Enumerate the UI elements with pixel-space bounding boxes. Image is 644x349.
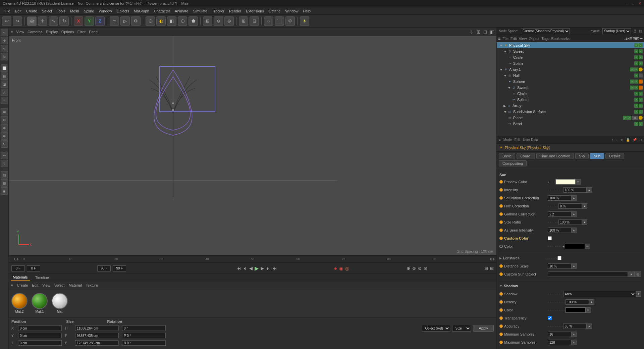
menu-render[interactable]: Render (227, 9, 244, 13)
custom-sun-field[interactable] (548, 271, 628, 277)
expand-sweep1[interactable]: ▼ (503, 50, 507, 53)
vp-tab-panel[interactable]: Panel (89, 30, 98, 34)
tab-materials[interactable]: Materials (11, 275, 30, 281)
menu-mesh[interactable]: Mesh (68, 9, 82, 13)
props-up-icon[interactable]: ↑ (612, 138, 613, 142)
light-btn[interactable]: ◐ (156, 16, 166, 26)
undo-btn[interactable]: ↩ (2, 16, 11, 26)
tab-sky[interactable]: Sky (575, 153, 589, 159)
minimize-btn[interactable]: ─ (626, 2, 628, 6)
vp-icon3[interactable]: □ (484, 29, 487, 35)
goto-end-btn[interactable]: ⏭ (272, 266, 277, 271)
dist-scale-input[interactable] (548, 263, 571, 269)
tab-details[interactable]: Details (605, 153, 624, 159)
scene-icons2[interactable]: ⊞ (629, 36, 633, 41)
gamma-corr-spinner-up[interactable]: ▲ (571, 211, 577, 217)
scene-item-sphere1[interactable]: ● Sphere ✓ ✓ (497, 79, 644, 85)
shadow-expand[interactable]: ▼ (636, 291, 641, 297)
vp-icon4[interactable]: ◧ (490, 29, 494, 35)
key-mode-btn[interactable]: ⊝ (424, 266, 427, 271)
scene-icons5[interactable]: ⊢ (639, 36, 643, 41)
vp-icon2[interactable]: ⊞ (477, 29, 481, 35)
ls-pointer[interactable]: ↖ (1, 29, 8, 36)
menu-window[interactable]: Window (96, 9, 114, 13)
tab-compositing[interactable]: Compositing (499, 160, 527, 166)
menu-window2[interactable]: Window (283, 9, 301, 13)
dist-scale-spinner-up[interactable]: ▲ (571, 263, 577, 269)
preview-color-picker[interactable]: ✏ (576, 179, 581, 185)
props-menu-icon[interactable]: ≡ (499, 138, 501, 142)
psr-y-pos[interactable] (18, 333, 62, 338)
lensflare-collapse[interactable]: ▶ (499, 256, 502, 260)
menu-tracker[interactable]: Tracker (210, 9, 227, 13)
props-edit[interactable]: Edit (515, 138, 520, 142)
scene-item-sweep2[interactable]: ▼ ⊙ Sweep ✓ ✓ (497, 85, 644, 91)
soft-sel-btn[interactable]: ⊙ (214, 16, 223, 26)
ls-mode4[interactable]: △ (1, 89, 8, 96)
vp-icon1[interactable]: ⊹ (469, 29, 473, 35)
ls-tool5[interactable]: S (1, 140, 8, 148)
shadow-radio[interactable] (499, 292, 503, 296)
grid-btn[interactable]: ⊟ (250, 16, 259, 26)
mat-view[interactable]: View (42, 283, 50, 287)
array-btn[interactable]: ⊞ (239, 16, 248, 26)
gamma-corr-radio[interactable] (499, 212, 503, 216)
shadow-color-radio[interactable] (499, 308, 503, 312)
as-seen-spinner-up[interactable]: ▲ (571, 228, 577, 233)
accuracy-radio[interactable] (499, 325, 503, 328)
ls-mode5[interactable]: ⌗ (1, 97, 8, 104)
mat-select[interactable]: Select (54, 283, 65, 287)
scene-item-spline2[interactable]: 〜 Spline ✓ ✓ (497, 97, 644, 103)
ls-move[interactable]: ✛ (1, 37, 8, 44)
min-samples-input[interactable] (548, 332, 571, 337)
material-mat[interactable]: Mat (52, 293, 68, 313)
close-btn[interactable]: ✕ (638, 1, 641, 6)
max-samples-input[interactable] (548, 340, 571, 345)
ls-brush1[interactable]: ✏ (1, 152, 8, 159)
ls-grid[interactable]: ▥ (1, 179, 8, 187)
scene-icons4[interactable]: ⊡ (636, 36, 639, 41)
shadow-type-select[interactable]: Area Soft Hard None (563, 291, 636, 297)
sat-corr-input[interactable] (548, 195, 571, 201)
expand-sweep2[interactable]: ▼ (507, 86, 511, 90)
node-space-select[interactable]: Current (Standard/Physical) (521, 28, 570, 34)
persp-btn[interactable]: ⬡ (146, 16, 155, 26)
vp-tab-view[interactable]: View (16, 30, 24, 34)
mat-texture[interactable]: Texture (86, 283, 98, 287)
preview-color-swatch[interactable] (555, 179, 576, 185)
material-mat1[interactable]: Mat.1 (32, 293, 48, 313)
start-frame-input[interactable] (11, 265, 25, 271)
as-seen-radio[interactable] (499, 229, 503, 232)
mat-material[interactable]: Material (69, 283, 82, 287)
tab-timeline[interactable]: Timeline (33, 275, 51, 280)
props-lock-icon[interactable]: 🔒 (626, 138, 630, 142)
scene-tags-menu[interactable]: Tags (541, 37, 549, 41)
density-spinner-up[interactable]: ▲ (589, 299, 594, 305)
menu-spline[interactable]: Spline (82, 9, 97, 13)
custom-sun-expand[interactable]: ▲ (628, 271, 635, 277)
as-seen-input[interactable] (548, 228, 571, 233)
scene-filter-icon[interactable]: ⊳ (626, 36, 629, 41)
custom-color-radio[interactable] (499, 237, 503, 240)
tex-btn[interactable]: ◧ (167, 16, 176, 26)
ls-scale[interactable]: ⤡ (1, 45, 8, 52)
redo-btn[interactable]: ↪ (13, 16, 22, 26)
coord-mode-select[interactable]: Object (Rel) World (422, 325, 450, 332)
ls-brush2[interactable]: ⌇ (1, 160, 8, 167)
scene-edit-menu[interactable]: Edit (511, 37, 517, 41)
vp-tab-filter[interactable]: Filter (77, 30, 86, 34)
lensflare-checkbox[interactable] (557, 256, 561, 260)
x-axis-btn[interactable]: X (74, 16, 83, 26)
z-axis-btn[interactable]: Z (95, 16, 105, 26)
scene-item-spline1[interactable]: 〜 Spline ✓ ✓ (497, 60, 644, 66)
prev-key-btn[interactable]: ◀ (249, 266, 253, 271)
menu-objects[interactable]: Objects (114, 9, 131, 13)
vp-tab-options[interactable]: Options (61, 30, 74, 34)
menu-mograph[interactable]: MoGraph (131, 9, 152, 13)
record-btn[interactable]: ● (334, 265, 337, 271)
record-all-btn[interactable]: ◎ (345, 266, 349, 271)
color-radio[interactable] (499, 245, 503, 248)
ls-mode2[interactable]: ⊡ (1, 72, 8, 80)
density-radio[interactable] (499, 300, 503, 304)
psr-x-rot[interactable] (122, 326, 166, 331)
